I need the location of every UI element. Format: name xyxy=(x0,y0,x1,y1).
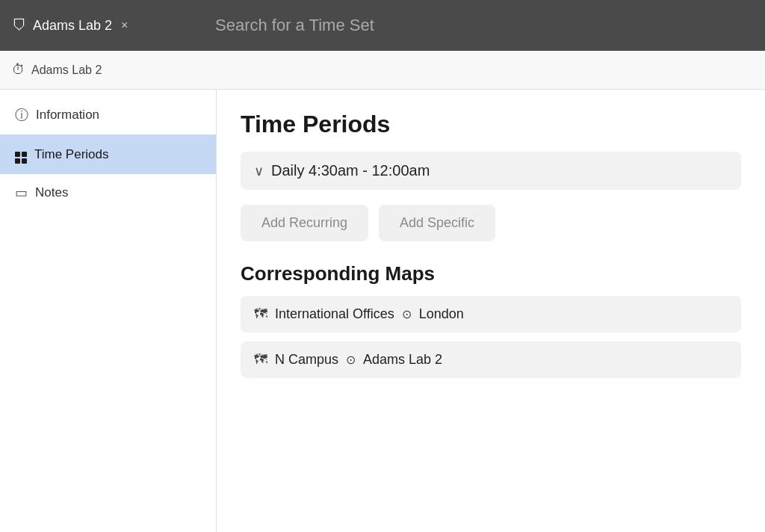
map-location-1: Adams Lab 2 xyxy=(363,352,442,368)
sidebar-item-information[interactable]: ⓘ Information xyxy=(0,96,216,134)
map-icon-0: 🗺 xyxy=(254,306,267,322)
info-icon: ⓘ xyxy=(15,106,28,124)
content-area: Time Periods ∨ Daily 4:30am - 12:00am Ad… xyxy=(217,90,765,532)
clock-icon: ⏱ xyxy=(12,62,25,78)
topbar-left: ⛉ Adams Lab 2 × xyxy=(12,17,206,34)
time-period-value: Daily 4:30am - 12:00am xyxy=(271,162,430,179)
sidebar-item-label: Information xyxy=(36,108,99,123)
map-name-0: International Offices xyxy=(275,306,394,322)
sidebar-item-notes[interactable]: ▭ Notes xyxy=(0,174,216,211)
map-name-1: N Campus xyxy=(275,352,338,368)
time-periods-title: Time Periods xyxy=(241,111,741,138)
map-icon-1: 🗺 xyxy=(254,352,267,368)
add-recurring-button[interactable]: Add Recurring xyxy=(241,205,368,241)
map-row-1[interactable]: 🗺 N Campus ⊙ Adams Lab 2 xyxy=(241,341,741,378)
sidebar-item-time-periods[interactable]: Time Periods xyxy=(0,134,216,174)
breadcrumb-label: Adams Lab 2 xyxy=(31,64,102,77)
breadcrumb-bar: ⏱ Adams Lab 2 xyxy=(0,51,765,90)
chevron-down-icon: ∨ xyxy=(254,163,264,179)
search-input[interactable] xyxy=(206,16,753,35)
time-period-row[interactable]: ∨ Daily 4:30am - 12:00am xyxy=(241,152,741,190)
topbar-label: Adams Lab 2 xyxy=(33,18,112,34)
add-specific-button[interactable]: Add Specific xyxy=(379,205,495,241)
main-layout: ⓘ Information Time Periods ▭ Notes Time … xyxy=(0,90,765,532)
location-icon-0: ⊙ xyxy=(402,307,412,321)
sidebar: ⓘ Information Time Periods ▭ Notes xyxy=(0,90,217,532)
close-button[interactable]: × xyxy=(121,19,128,32)
comment-icon: ▭ xyxy=(15,185,28,201)
map-location-0: London xyxy=(419,306,464,322)
topbar: ⛉ Adams Lab 2 × xyxy=(0,0,765,51)
sidebar-item-label: Time Periods xyxy=(34,147,109,162)
corresponding-maps-title: Corresponding Maps xyxy=(241,262,741,285)
filter-icon: ⛉ xyxy=(12,17,27,34)
grid-icon xyxy=(15,145,27,164)
sidebar-item-label: Notes xyxy=(35,185,68,200)
action-buttons: Add Recurring Add Specific xyxy=(241,205,741,241)
location-icon-1: ⊙ xyxy=(346,353,356,367)
map-row-0[interactable]: 🗺 International Offices ⊙ London xyxy=(241,296,741,332)
